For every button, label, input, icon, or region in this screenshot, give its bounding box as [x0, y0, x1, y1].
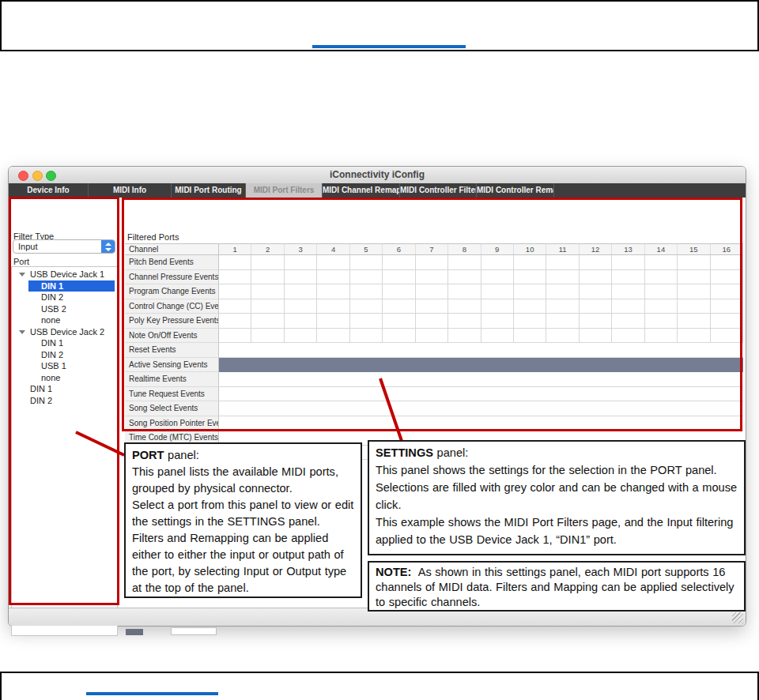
filter-cell[interactable] [350, 255, 383, 270]
filter-cell[interactable] [350, 284, 383, 299]
filter-cell-wide[interactable] [219, 416, 743, 431]
tree-item-din-2[interactable]: DIN 2 [12, 292, 117, 303]
filter-cell[interactable] [219, 314, 251, 329]
filter-cell[interactable] [383, 255, 415, 270]
filter-cell[interactable] [350, 270, 383, 285]
filter-cell[interactable] [546, 255, 579, 270]
filter-cell[interactable] [285, 284, 317, 299]
filter-cell[interactable] [416, 270, 448, 285]
filter-cell[interactable] [383, 299, 415, 314]
filter-cell[interactable] [448, 284, 481, 299]
filter-cell[interactable] [645, 270, 678, 285]
filter-cell-wide[interactable] [219, 401, 743, 416]
tab-midi-controller-filters[interactable]: MIDI Controller Filters [400, 183, 477, 198]
tree-item-usb-device-jack-2[interactable]: USB Device Jack 2 [12, 326, 117, 338]
filter-cell[interactable] [546, 284, 579, 299]
filter-cell[interactable] [678, 270, 710, 285]
filter-cell[interactable] [285, 270, 317, 285]
filter-cell[interactable] [678, 314, 710, 329]
top-link[interactable] [312, 45, 466, 48]
filter-cell[interactable] [350, 329, 383, 344]
filter-cell[interactable] [678, 329, 710, 344]
filter-cell[interactable] [612, 270, 644, 285]
tree-item-usb-2[interactable]: USB 2 [12, 303, 117, 315]
filter-cell[interactable] [580, 299, 612, 314]
filter-cell[interactable] [612, 299, 644, 314]
filter-cell[interactable] [383, 329, 415, 344]
filter-cell[interactable] [416, 284, 448, 299]
filter-cell[interactable] [678, 284, 710, 299]
tree-item-usb-1[interactable]: USB 1 [12, 360, 117, 372]
tab-device-info[interactable]: Device Info [9, 183, 89, 198]
filter-cell[interactable] [481, 329, 514, 344]
filter-cell[interactable] [645, 299, 678, 314]
tree-item-usb-device-jack-1[interactable]: USB Device Jack 1 [12, 269, 117, 280]
filter-cell[interactable] [612, 284, 644, 299]
filter-cell[interactable] [350, 314, 383, 329]
tab-midi-channel-remap[interactable]: MIDI Channel Remap [323, 183, 400, 198]
disclosure-triangle-icon[interactable] [19, 330, 25, 334]
filter-cell[interactable] [481, 314, 514, 329]
filter-cell[interactable] [580, 270, 612, 285]
filter-cell[interactable] [219, 299, 251, 314]
tab-midi-controller-remap[interactable]: MIDI Controller Remap [477, 183, 554, 198]
filter-cell[interactable] [612, 314, 644, 329]
filter-cell[interactable] [711, 329, 743, 344]
filter-cell[interactable] [481, 255, 514, 270]
filter-cell[interactable] [285, 314, 317, 329]
tab-midi-port-filters[interactable]: MIDI Port Filters [246, 183, 323, 198]
filter-cell[interactable] [219, 284, 251, 299]
filter-cell[interactable] [416, 314, 448, 329]
filter-cell[interactable] [546, 329, 579, 344]
filter-cell[interactable] [612, 329, 644, 344]
tab-midi-port-routing[interactable]: MIDI Port Routing [172, 183, 246, 198]
tree-item-din-2[interactable]: DIN 2 [12, 395, 117, 407]
filter-cell[interactable] [514, 299, 546, 314]
filter-cell[interactable] [317, 329, 349, 344]
filter-cell[interactable] [481, 270, 514, 285]
filter-cell-wide[interactable] [219, 343, 743, 358]
filter-cell[interactable] [251, 314, 284, 329]
filter-cell[interactable] [416, 299, 448, 314]
filter-cell[interactable] [219, 329, 251, 344]
filter-cell[interactable] [481, 284, 514, 299]
filter-cell-filled[interactable] [219, 358, 743, 373]
filter-cell[interactable] [481, 299, 514, 314]
tree-item-din-1[interactable]: DIN 1 [12, 280, 117, 292]
filter-cell[interactable] [448, 255, 481, 270]
filter-cell-wide[interactable] [219, 387, 743, 402]
filter-cell[interactable] [645, 255, 678, 270]
filter-cell[interactable] [448, 299, 481, 314]
filter-cell[interactable] [580, 255, 612, 270]
filter-cell[interactable] [285, 299, 317, 314]
filter-cell[interactable] [251, 255, 284, 270]
tree-item-din-1[interactable]: DIN 1 [12, 337, 117, 349]
filter-cell[interactable] [317, 270, 349, 285]
filter-cell[interactable] [514, 314, 546, 329]
filter-cell[interactable] [514, 255, 546, 270]
filter-cell[interactable] [514, 329, 546, 344]
filter-cell[interactable] [546, 299, 579, 314]
filter-type-select[interactable]: Input [13, 239, 115, 254]
tree-item-din-1[interactable]: DIN 1 [12, 383, 117, 395]
filter-cell[interactable] [711, 284, 743, 299]
filter-cell[interactable] [416, 255, 448, 270]
filter-cell[interactable] [580, 314, 612, 329]
filter-cell[interactable] [448, 270, 481, 285]
filter-cell[interactable] [448, 314, 481, 329]
filter-cell[interactable] [612, 255, 644, 270]
filter-cell[interactable] [678, 299, 710, 314]
filter-cell[interactable] [580, 329, 612, 344]
filter-cell[interactable] [285, 329, 317, 344]
filter-cell[interactable] [317, 299, 349, 314]
filter-cell[interactable] [251, 299, 284, 314]
filter-cell[interactable] [251, 329, 284, 344]
filter-cell[interactable] [251, 270, 284, 285]
filter-cell[interactable] [711, 299, 743, 314]
tree-item-none[interactable]: none [12, 372, 117, 384]
filter-cell[interactable] [317, 314, 349, 329]
filter-cell[interactable] [580, 284, 612, 299]
filter-cell[interactable] [383, 314, 415, 329]
filter-cell[interactable] [514, 270, 546, 285]
filter-cell[interactable] [711, 270, 743, 285]
